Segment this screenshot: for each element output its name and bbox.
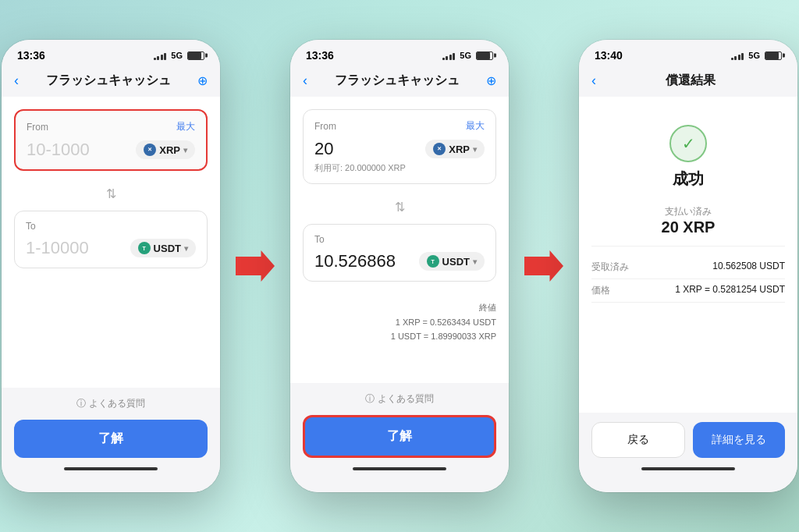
- price-value-3: 1 XRP = 0.5281254 USDT: [675, 284, 785, 297]
- to-value-1[interactable]: 1-10000: [26, 238, 130, 258]
- rate2-2: 1 USDT = 1.89990033 XRP: [303, 329, 496, 344]
- time-1: 13:36: [17, 49, 45, 62]
- swap-icon-1[interactable]: ⇅: [14, 186, 208, 201]
- from-value-1[interactable]: 10-1000: [27, 140, 136, 160]
- status-icons-1: 5G: [154, 51, 204, 60]
- to-currency-label-2: USDT: [442, 256, 470, 268]
- from-value-2[interactable]: 20: [314, 139, 425, 159]
- to-currency-label-1: USDT: [154, 243, 181, 254]
- success-section-3: ✓ 成功: [591, 109, 785, 202]
- nav-right-icon-1[interactable]: ⊕: [197, 73, 208, 88]
- from-section-1[interactable]: From 最大 10-1000 ✕ XRP ▾: [14, 109, 208, 171]
- availability-2: 利用可: 20.000000 XRP: [314, 162, 485, 174]
- bottom-area-1: ⓘ よくある質問 了解: [2, 388, 220, 492]
- from-label-2: From: [314, 121, 336, 132]
- time-2: 13:36: [306, 49, 334, 62]
- network-1: 5G: [171, 51, 183, 60]
- price-label-3: 価格: [591, 284, 610, 297]
- xrp-icon-1: ✕: [144, 144, 156, 156]
- to-section-2[interactable]: To 10.526868 T USDT ▾: [303, 224, 496, 282]
- detail-btn-3[interactable]: 詳細を見る: [693, 422, 785, 458]
- nav-bar-1: ‹ フラッシュキャッシュ ⊕: [2, 66, 220, 97]
- from-label-1: From: [27, 122, 48, 133]
- from-row-1: 10-1000 ✕ XRP ▾: [27, 140, 195, 160]
- from-header-2: From 最大: [314, 119, 485, 133]
- to-currency-1[interactable]: T USDT ▾: [130, 239, 196, 257]
- nav-bar-3: ‹ 償還結果: [579, 66, 797, 97]
- rate-label-2: 終値: [303, 300, 496, 315]
- battery-icon-3: [765, 51, 782, 60]
- status-bar-3: 13:40 5G: [579, 40, 797, 66]
- content-2: From 最大 20 ✕ XRP ▾ 利用可: 20.000000 XRP ⇅ …: [290, 97, 509, 383]
- content-3: ✓ 成功 支払い済み 20 XRP 受取済み 10.562508 USDT 価格…: [579, 97, 797, 413]
- success-text-3: 成功: [673, 168, 704, 190]
- status-icons-3: 5G: [731, 51, 782, 60]
- arrow-1: [236, 250, 275, 282]
- bottom-area-3: 戻る 詳細を見る: [579, 413, 797, 492]
- nav-bar-2: ‹ フラッシュキャッシュ ⊕: [290, 66, 509, 97]
- faq-1[interactable]: ⓘ よくある質問: [76, 397, 145, 410]
- confirm-btn-1[interactable]: 了解: [14, 420, 208, 458]
- from-chevron-2: ▾: [473, 145, 477, 154]
- faq-icon-1: ⓘ: [76, 397, 86, 410]
- usdt-icon-2: T: [427, 255, 439, 268]
- network-2: 5G: [460, 51, 471, 60]
- faq-label-1: よくある質問: [89, 397, 145, 410]
- to-chevron-2: ▾: [473, 257, 477, 266]
- from-row-2: 20 ✕ XRP ▾: [314, 139, 485, 159]
- faq-icon-2: ⓘ: [365, 392, 375, 406]
- status-bar-1: 13:36 5G: [2, 40, 220, 66]
- result-table-3: 受取済み 10.562508 USDT 価格 1 XRP = 0.5281254…: [591, 256, 785, 303]
- paid-label-3: 支払い済み: [591, 205, 785, 218]
- back-button-2[interactable]: ‹: [303, 73, 307, 89]
- network-3: 5G: [748, 51, 760, 60]
- paid-section-3: 支払い済み 20 XRP: [591, 202, 785, 246]
- from-currency-1[interactable]: ✕ XRP ▾: [136, 140, 195, 159]
- back-btn-3[interactable]: 戻る: [591, 422, 685, 458]
- signal-icon-1: [154, 51, 167, 60]
- from-max-2[interactable]: 最大: [466, 119, 485, 133]
- faq-2[interactable]: ⓘ よくある質問: [365, 392, 434, 406]
- status-icons-2: 5G: [442, 51, 493, 60]
- xrp-icon-2: ✕: [433, 143, 446, 155]
- to-row-2: 10.526868 T USDT ▾: [314, 251, 485, 271]
- home-indicator-2: [353, 467, 446, 470]
- back-button-3[interactable]: ‹: [591, 73, 596, 89]
- phone-wrapper: 13:36 5G ‹ フラッシュキャッシュ ⊕ From: [2, 40, 797, 492]
- to-section-1[interactable]: To 1-10000 T USDT ▾: [14, 211, 208, 268]
- from-chevron-1: ▾: [183, 146, 187, 154]
- from-currency-label-2: XRP: [449, 144, 470, 155]
- nav-right-icon-2[interactable]: ⊕: [486, 73, 496, 88]
- time-3: 13:40: [595, 49, 623, 62]
- from-section-2[interactable]: From 最大 20 ✕ XRP ▾ 利用可: 20.000000 XRP: [303, 109, 496, 184]
- back-button-1[interactable]: ‹: [14, 73, 19, 89]
- to-label-1: To: [26, 221, 36, 232]
- nav-title-3: 償還結果: [666, 73, 716, 89]
- nav-title-2: フラッシュキャッシュ: [335, 73, 460, 89]
- result-row-price: 価格 1 XRP = 0.5281254 USDT: [591, 279, 785, 303]
- battery-icon-2: [476, 51, 493, 60]
- from-currency-label-1: XRP: [159, 144, 180, 156]
- bottom-area-2: ⓘ よくある質問 了解: [290, 383, 509, 492]
- home-indicator-1: [64, 467, 158, 470]
- confirm-btn-2[interactable]: 了解: [303, 415, 496, 458]
- swap-icon-2[interactable]: ⇅: [303, 200, 496, 215]
- arrow-right-icon-1: [236, 250, 275, 282]
- from-header-1: From 最大: [27, 120, 195, 133]
- nav-title-1: フラッシュキャッシュ: [46, 73, 171, 89]
- usdt-icon-1: T: [138, 242, 151, 254]
- phone-3: 13:40 5G ‹ 償還結果 ✓ 成功 支払: [579, 40, 797, 492]
- from-currency-2[interactable]: ✕ XRP ▾: [425, 140, 485, 158]
- from-max-1[interactable]: 最大: [176, 120, 195, 133]
- faq-label-2: よくある質問: [378, 392, 434, 406]
- to-header-1: To: [26, 221, 196, 232]
- signal-icon-3: [731, 51, 744, 60]
- to-label-2: To: [314, 234, 325, 245]
- to-chevron-1: ▾: [184, 244, 188, 253]
- phone-1: 13:36 5G ‹ フラッシュキャッシュ ⊕ From: [2, 40, 220, 492]
- battery-icon-1: [187, 51, 204, 60]
- result-buttons-3: 戻る 詳細を見る: [591, 422, 785, 458]
- to-currency-2[interactable]: T USDT ▾: [419, 252, 485, 271]
- to-value-2[interactable]: 10.526868: [314, 251, 419, 271]
- phone-2: 13:36 5G ‹ フラッシュキャッシュ ⊕ From: [290, 40, 509, 492]
